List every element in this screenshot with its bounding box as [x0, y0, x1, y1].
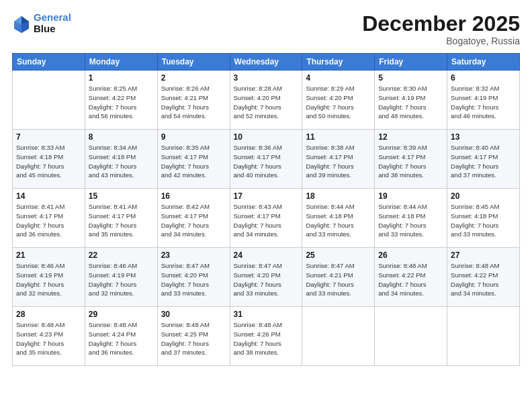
day-number: 15: [89, 191, 154, 201]
calendar-cell: 23Sunrise: 8:47 AMSunset: 4:20 PMDayligh…: [157, 248, 230, 307]
calendar-cell: 18Sunrise: 8:44 AMSunset: 4:18 PMDayligh…: [302, 189, 375, 248]
calendar-cell: 13Sunrise: 8:40 AMSunset: 4:17 PMDayligh…: [447, 130, 520, 189]
day-number: 28: [16, 310, 81, 319]
calendar-cell: 11Sunrise: 8:38 AMSunset: 4:17 PMDayligh…: [302, 130, 375, 189]
calendar-cell: 10Sunrise: 8:36 AMSunset: 4:17 PMDayligh…: [230, 130, 302, 189]
calendar-cell: 1Sunrise: 8:25 AMSunset: 4:22 PMDaylight…: [85, 71, 157, 130]
day-number: 23: [161, 250, 226, 260]
day-info: Sunrise: 8:41 AMSunset: 4:17 PMDaylight:…: [89, 202, 154, 239]
day-info: Sunrise: 8:48 AMSunset: 4:26 PMDaylight:…: [234, 320, 299, 357]
day-info: Sunrise: 8:47 AMSunset: 4:20 PMDaylight:…: [234, 261, 299, 298]
location: Bogatoye, Russia: [362, 36, 520, 46]
calendar-cell: 2Sunrise: 8:26 AMSunset: 4:21 PMDaylight…: [157, 71, 230, 130]
day-number: 9: [161, 132, 226, 142]
day-number: 21: [16, 250, 81, 260]
calendar-cell: 3Sunrise: 8:28 AMSunset: 4:20 PMDaylight…: [230, 71, 302, 130]
day-number: 1: [89, 73, 154, 83]
calendar-cell: 5Sunrise: 8:30 AMSunset: 4:19 PMDaylight…: [375, 71, 447, 130]
day-info: Sunrise: 8:41 AMSunset: 4:17 PMDaylight:…: [16, 202, 81, 239]
day-number: 5: [378, 73, 443, 83]
day-info: Sunrise: 8:48 AMSunset: 4:22 PMDaylight:…: [451, 261, 516, 298]
day-info: Sunrise: 8:42 AMSunset: 4:17 PMDaylight:…: [161, 202, 226, 239]
day-number: 3: [234, 73, 299, 83]
day-info: Sunrise: 8:36 AMSunset: 4:17 PMDaylight:…: [234, 143, 299, 180]
calendar-cell: 26Sunrise: 8:48 AMSunset: 4:22 PMDayligh…: [375, 248, 447, 307]
calendar-cell: 21Sunrise: 8:46 AMSunset: 4:19 PMDayligh…: [13, 248, 85, 307]
day-info: Sunrise: 8:35 AMSunset: 4:17 PMDaylight:…: [161, 143, 226, 180]
day-number: 10: [234, 132, 299, 142]
day-header-wednesday: Wednesday: [230, 54, 302, 71]
day-info: Sunrise: 8:29 AMSunset: 4:20 PMDaylight:…: [306, 84, 371, 121]
day-info: Sunrise: 8:32 AMSunset: 4:19 PMDaylight:…: [451, 84, 516, 121]
calendar-table: SundayMondayTuesdayWednesdayThursdayFrid…: [12, 53, 520, 366]
day-number: 12: [378, 132, 443, 142]
day-info: Sunrise: 8:25 AMSunset: 4:22 PMDaylight:…: [89, 84, 154, 121]
day-info: Sunrise: 8:44 AMSunset: 4:18 PMDaylight:…: [306, 202, 371, 239]
header: General Blue December 2025 Bogatoye, Rus…: [12, 12, 520, 46]
day-number: 20: [451, 191, 516, 201]
calendar-cell: 16Sunrise: 8:42 AMSunset: 4:17 PMDayligh…: [157, 189, 230, 248]
day-header-friday: Friday: [375, 54, 447, 71]
calendar-week-row: 21Sunrise: 8:46 AMSunset: 4:19 PMDayligh…: [13, 248, 520, 307]
day-info: Sunrise: 8:45 AMSunset: 4:18 PMDaylight:…: [451, 202, 516, 239]
calendar-cell: 30Sunrise: 8:48 AMSunset: 4:25 PMDayligh…: [157, 307, 230, 366]
day-info: Sunrise: 8:33 AMSunset: 4:18 PMDaylight:…: [16, 143, 81, 180]
day-number: 7: [16, 132, 81, 142]
calendar-cell: 25Sunrise: 8:47 AMSunset: 4:21 PMDayligh…: [302, 248, 375, 307]
day-number: 14: [16, 191, 81, 201]
day-info: Sunrise: 8:44 AMSunset: 4:18 PMDaylight:…: [378, 202, 443, 239]
calendar-cell: 4Sunrise: 8:29 AMSunset: 4:20 PMDaylight…: [302, 71, 375, 130]
day-number: 29: [89, 310, 154, 319]
day-number: 25: [306, 250, 371, 260]
day-number: 26: [378, 250, 443, 260]
calendar-cell: 15Sunrise: 8:41 AMSunset: 4:17 PMDayligh…: [85, 189, 157, 248]
day-number: 13: [451, 132, 516, 142]
day-info: Sunrise: 8:47 AMSunset: 4:21 PMDaylight:…: [306, 261, 371, 298]
day-number: 16: [161, 191, 226, 201]
day-info: Sunrise: 8:39 AMSunset: 4:17 PMDaylight:…: [378, 143, 443, 180]
calendar-cell: 20Sunrise: 8:45 AMSunset: 4:18 PMDayligh…: [447, 189, 520, 248]
calendar-cell: 31Sunrise: 8:48 AMSunset: 4:26 PMDayligh…: [230, 307, 302, 366]
day-info: Sunrise: 8:38 AMSunset: 4:17 PMDaylight:…: [306, 143, 371, 180]
calendar-week-row: 7Sunrise: 8:33 AMSunset: 4:18 PMDaylight…: [13, 130, 520, 189]
day-info: Sunrise: 8:28 AMSunset: 4:20 PMDaylight:…: [234, 84, 299, 121]
calendar-week-row: 1Sunrise: 8:25 AMSunset: 4:22 PMDaylight…: [13, 71, 520, 130]
calendar-cell: [13, 71, 85, 130]
day-number: 2: [161, 73, 226, 83]
day-number: 17: [234, 191, 299, 201]
calendar-week-row: 28Sunrise: 8:48 AMSunset: 4:23 PMDayligh…: [13, 307, 520, 366]
day-header-sunday: Sunday: [13, 54, 85, 71]
calendar-cell: 9Sunrise: 8:35 AMSunset: 4:17 PMDaylight…: [157, 130, 230, 189]
day-number: 11: [306, 132, 371, 142]
day-info: Sunrise: 8:46 AMSunset: 4:19 PMDaylight:…: [89, 261, 154, 298]
day-info: Sunrise: 8:48 AMSunset: 4:22 PMDaylight:…: [378, 261, 443, 298]
day-info: Sunrise: 8:43 AMSunset: 4:17 PMDaylight:…: [234, 202, 299, 239]
day-number: 24: [234, 250, 299, 260]
calendar-cell: 19Sunrise: 8:44 AMSunset: 4:18 PMDayligh…: [375, 189, 447, 248]
page: General Blue December 2025 Bogatoye, Rus…: [0, 0, 532, 411]
calendar-cell: 17Sunrise: 8:43 AMSunset: 4:17 PMDayligh…: [230, 189, 302, 248]
calendar-cell: [447, 307, 520, 366]
calendar-cell: 24Sunrise: 8:47 AMSunset: 4:20 PMDayligh…: [230, 248, 302, 307]
calendar-cell: 12Sunrise: 8:39 AMSunset: 4:17 PMDayligh…: [375, 130, 447, 189]
calendar-cell: 6Sunrise: 8:32 AMSunset: 4:19 PMDaylight…: [447, 71, 520, 130]
day-header-thursday: Thursday: [302, 54, 375, 71]
calendar-cell: 28Sunrise: 8:48 AMSunset: 4:23 PMDayligh…: [13, 307, 85, 366]
day-info: Sunrise: 8:26 AMSunset: 4:21 PMDaylight:…: [161, 84, 226, 121]
day-number: 8: [89, 132, 154, 142]
calendar-cell: [375, 307, 447, 366]
calendar-header-row: SundayMondayTuesdayWednesdayThursdayFrid…: [13, 54, 520, 71]
day-header-monday: Monday: [85, 54, 157, 71]
day-info: Sunrise: 8:46 AMSunset: 4:19 PMDaylight:…: [16, 261, 81, 298]
month-title: December 2025: [362, 12, 520, 36]
calendar-cell: 8Sunrise: 8:34 AMSunset: 4:18 PMDaylight…: [85, 130, 157, 189]
calendar-cell: 29Sunrise: 8:48 AMSunset: 4:24 PMDayligh…: [85, 307, 157, 366]
calendar-cell: 14Sunrise: 8:41 AMSunset: 4:17 PMDayligh…: [13, 189, 85, 248]
day-info: Sunrise: 8:34 AMSunset: 4:18 PMDaylight:…: [89, 143, 154, 180]
logo-icon: [12, 14, 31, 33]
day-number: 22: [89, 250, 154, 260]
day-number: 19: [378, 191, 443, 201]
calendar-week-row: 14Sunrise: 8:41 AMSunset: 4:17 PMDayligh…: [13, 189, 520, 248]
day-number: 27: [451, 250, 516, 260]
day-number: 31: [234, 310, 299, 319]
